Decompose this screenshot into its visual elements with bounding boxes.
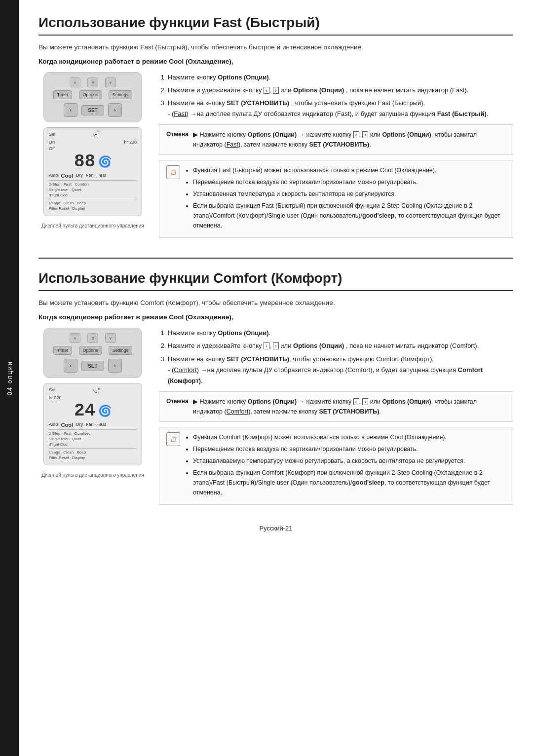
comfort-display-clean: Clean	[63, 450, 74, 454]
comfort-remote-buttons: Timer Options Settings	[50, 346, 136, 355]
display-temp-row: 88 🌀	[49, 153, 137, 171]
options-button[interactable]: Options	[79, 90, 102, 99]
display-heat-mode: Heat	[96, 173, 106, 179]
comfort-display-row-top: Set °CF	[49, 387, 137, 394]
display-usage-row: Usage Clean Beep	[49, 201, 137, 205]
display-beep: Beep	[77, 201, 86, 205]
comfort-remote: ∧ ⊕ ∨ Timer Options Settings ‹	[43, 328, 142, 378]
fast-note-4: Если выбрана функция Fast (Быстрый) при …	[193, 201, 506, 230]
section-fast: Использование функции Fast (Быстрый) Вы …	[38, 15, 513, 243]
fast-steps-list: Нажмите кнопку Options (Опции). Нажмите …	[159, 72, 513, 119]
fast-cancel-text: ▶ Нажмите кнопку Options (Опции) → нажми…	[193, 130, 506, 150]
section-divider	[38, 258, 513, 259]
fast-right-col: Нажмите кнопку Options (Опции). Нажмите …	[159, 72, 513, 243]
remote-down-icon[interactable]: ∨	[105, 77, 116, 87]
comfort-settings-button[interactable]: Settings	[109, 346, 133, 355]
comfort-display-quiet: Quiet	[72, 437, 81, 441]
wind-icon: 🌀	[98, 155, 112, 168]
comfort-right-arrow-button[interactable]: ›	[108, 359, 122, 373]
comfort-options-button[interactable]: Options	[79, 346, 102, 355]
display-divider2	[49, 199, 137, 199]
comfort-note-2: Перемещение потока воздуха по вертикали/…	[193, 444, 506, 454]
display-comfort: Comfort	[75, 182, 89, 187]
right-arrow-button[interactable]: ›	[108, 103, 122, 117]
fast-note-3: Установленная температура и скорость вен…	[193, 189, 506, 199]
section-comfort: Использование функции Comfort (Комфорт) …	[38, 270, 513, 509]
fast-remote-buttons: Timer Options Settings	[50, 90, 136, 99]
display-auto: Auto	[49, 173, 58, 179]
timer-button[interactable]: Timer	[53, 90, 73, 99]
fast-note-2: Перемещение потока воздуха по вертикали/…	[193, 177, 506, 187]
comfort-step3-note: - (Comfort) →на дисплее пульта ДУ отобра…	[168, 366, 483, 384]
comfort-remote-wrapper: ∧ ⊕ ∨ Timer Options Settings ‹	[38, 328, 147, 478]
sidebar-label: 04 опции	[6, 361, 13, 395]
comfort-set-button[interactable]: SET	[81, 361, 104, 371]
comfort-display-fast: Fast	[64, 431, 72, 436]
comfort-remote-vent-icon[interactable]: ⊕	[87, 333, 98, 343]
comfort-display-beep: Beep	[77, 450, 86, 454]
comfort-left-col: ∧ ⊕ ∨ Timer Options Settings ‹	[38, 328, 147, 509]
display-cool: Cool	[61, 173, 73, 179]
section-comfort-title: Использование функции Comfort (Комфорт)	[38, 270, 513, 291]
remote-up-icon[interactable]: ∧	[70, 77, 80, 87]
comfort-left-arrow-button[interactable]: ‹	[64, 359, 77, 373]
comfort-display-dlight-row: d'light Cool	[49, 442, 137, 447]
fast-note-1: Функция Fast (Быстрый) может использоват…	[193, 165, 506, 175]
remote-vent-icon[interactable]: ⊕	[87, 77, 98, 87]
fast-step-3: Нажмите на кнопку SET (УСТАНОВИТЬ) , что…	[168, 98, 513, 119]
comfort-display-cool: Cool	[61, 422, 73, 428]
display-row-top: Set °CF	[49, 132, 137, 138]
comfort-timer-button[interactable]: Timer	[53, 346, 73, 355]
comfort-cancel-text: ▶ Нажмите кнопку Options (Опции) → нажми…	[193, 397, 506, 416]
comfort-display-comfort: Comfort	[75, 431, 90, 436]
comfort-remote-arrows: ‹ SET ›	[50, 359, 136, 373]
display-fast: Fast	[64, 182, 72, 187]
settings-button[interactable]: Settings	[109, 90, 133, 99]
comfort-display-divider2	[49, 448, 137, 449]
comfort-remote-down-icon[interactable]: ∨	[105, 333, 116, 343]
comfort-display-temp-row: 24 🌀	[49, 402, 137, 420]
left-arrow-button[interactable]: ‹	[64, 103, 77, 117]
comfort-display-num: hr 220	[49, 395, 62, 400]
sidebar: 04 опции	[0, 0, 19, 756]
comfort-display-dlight: d'light Cool	[49, 442, 68, 447]
comfort-step-2: Нажмите и удерживайте кнопку ‹, › или Op…	[168, 340, 513, 351]
comfort-display-divider1	[49, 429, 137, 430]
fast-note-content: Функция Fast (Быстрый) может использоват…	[185, 165, 506, 232]
display-set: Set	[49, 132, 56, 138]
comfort-display-panel: Set °CF hr 220 24 🌀	[43, 383, 142, 465]
comfort-display-modes-row: Auto Cool Dry Fan Heat	[49, 422, 137, 428]
comfort-remote-up-icon[interactable]: ∧	[70, 333, 80, 343]
comfort-display-dry: Dry	[76, 422, 83, 428]
comfort-display-row-num: hr 220	[49, 395, 137, 400]
display-dry: Dry	[76, 173, 83, 179]
display-clean: Clean	[63, 201, 74, 205]
display-filter: Filter Reset	[49, 206, 69, 211]
display-2step: 2-Step	[49, 182, 61, 187]
set-button[interactable]: SET	[81, 105, 104, 115]
comfort-cancel-label: Отмена	[166, 397, 186, 406]
fast-remote: ∧ ⊕ ∨ Timer Options Settings ‹	[43, 72, 142, 122]
comfort-display-fan-mode: Fan	[86, 422, 94, 428]
comfort-right-col: Нажмите кнопку Options (Опции). Нажмите …	[159, 328, 513, 509]
comfort-display-2step: 2-Step	[49, 431, 61, 436]
comfort-display-temp-value: 24	[74, 402, 95, 420]
comfort-wind-icon: 🌀	[98, 405, 112, 417]
fast-step-1: Нажмите кнопку Options (Опции).	[168, 72, 513, 83]
fast-remote-top-icons: ∧ ⊕ ∨	[50, 77, 136, 87]
page: 04 опции Использование функции Fast (Быс…	[0, 0, 533, 756]
comfort-note-icon: 📋	[166, 432, 180, 446]
display-usage: Usage	[49, 201, 60, 205]
display-celsius-unit: °CF	[92, 132, 100, 138]
comfort-display-single: Single user	[49, 437, 69, 441]
comfort-note-1: Функция Comfort (Комфорт) может использо…	[193, 432, 506, 442]
comfort-display-usage: Usage	[49, 450, 60, 454]
comfort-notes-list: Функция Comfort (Комфорт) может использо…	[185, 432, 506, 497]
fast-step-2: Нажмите и удерживайте кнопку ‹, › или Op…	[168, 85, 513, 96]
section-comfort-subtitle: Вы можете установить функцию Comfort (Ко…	[38, 299, 513, 306]
comfort-note-3: Устанавливаемую температуру можно регули…	[193, 456, 506, 466]
comfort-note-box: 📋 Функция Comfort (Комфорт) может исполь…	[159, 427, 513, 505]
display-dlight: d'light Cool	[49, 193, 68, 197]
display-off: Off	[49, 146, 55, 151]
comfort-step-3: Нажмите на кнопку SET (УСТАНОВИТЬ), чтоб…	[168, 354, 513, 386]
